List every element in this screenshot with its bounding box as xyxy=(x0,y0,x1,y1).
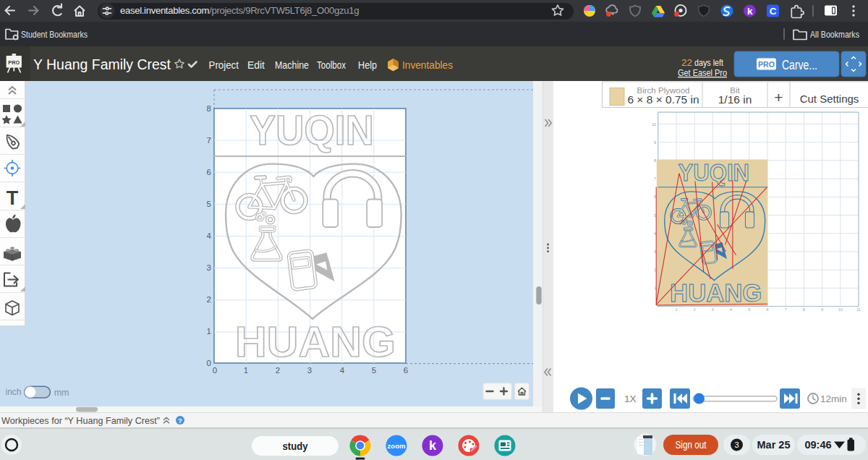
svg-text:12min: 12min xyxy=(820,393,847,404)
svg-text:1: 1 xyxy=(244,366,248,375)
svg-text:inch: inch xyxy=(6,387,22,397)
svg-text:09:46: 09:46 xyxy=(804,439,831,451)
svg-text:6 × 8 × 0.75 in: 6 × 8 × 0.75 in xyxy=(627,93,699,106)
svg-text:9: 9 xyxy=(821,307,823,312)
svg-text:Workpieces for “Y Huang Family: Workpieces for “Y Huang Family Crest” xyxy=(1,415,160,426)
svg-text:Help: Help xyxy=(358,59,377,71)
svg-text:k: k xyxy=(429,438,437,453)
svg-text:4: 4 xyxy=(730,307,732,312)
svg-text:+: + xyxy=(774,89,783,106)
svg-text:Inventables: Inventables xyxy=(402,59,453,71)
svg-text:2: 2 xyxy=(654,268,656,272)
svg-text:C: C xyxy=(770,6,777,17)
svg-text:1: 1 xyxy=(207,327,211,336)
svg-text:zoom: zoom xyxy=(388,442,406,450)
svg-text:9: 9 xyxy=(654,140,656,145)
svg-text:Cut Settings: Cut Settings xyxy=(800,93,859,105)
svg-text:PRO: PRO xyxy=(8,59,20,66)
svg-text:Sign out: Sign out xyxy=(676,439,707,451)
svg-text:10: 10 xyxy=(652,122,656,127)
svg-text:11: 11 xyxy=(856,307,861,312)
svg-text:8: 8 xyxy=(803,307,805,312)
svg-text:6: 6 xyxy=(404,366,408,375)
svg-text:5: 5 xyxy=(654,213,656,218)
svg-text:Carve...: Carve... xyxy=(782,57,817,72)
svg-text:3: 3 xyxy=(734,440,739,449)
svg-text:Get Easel Pro: Get Easel Pro xyxy=(678,67,727,78)
svg-text:6: 6 xyxy=(654,195,656,199)
svg-text:22: 22 xyxy=(681,57,692,68)
svg-text:mm: mm xyxy=(54,388,69,398)
svg-text:5: 5 xyxy=(372,366,376,375)
svg-text:1: 1 xyxy=(675,307,677,312)
svg-text:7: 7 xyxy=(785,307,787,312)
svg-text:Edit: Edit xyxy=(247,59,265,71)
svg-text:4: 4 xyxy=(654,231,656,236)
svg-text:All Bookmarks: All Bookmarks xyxy=(810,29,859,40)
svg-text:3: 3 xyxy=(654,250,656,254)
svg-text:2: 2 xyxy=(276,366,280,375)
svg-text:Y Huang Family Crest: Y Huang Family Crest xyxy=(33,56,171,72)
svg-text:Toolbox: Toolbox xyxy=(317,59,346,71)
svg-text:5: 5 xyxy=(207,200,211,208)
svg-text:Student Bookmarks: Student Bookmarks xyxy=(21,29,88,40)
svg-text:1/16 in: 1/16 in xyxy=(718,93,752,106)
svg-text:2: 2 xyxy=(207,295,211,304)
svg-text:0: 0 xyxy=(213,366,217,375)
svg-text:2: 2 xyxy=(694,307,696,312)
svg-text:6: 6 xyxy=(207,168,211,176)
svg-text:4: 4 xyxy=(207,231,212,240)
svg-text:7: 7 xyxy=(654,176,656,181)
svg-text:3: 3 xyxy=(207,263,211,272)
svg-text:k: k xyxy=(747,6,753,17)
svg-text:8: 8 xyxy=(207,104,211,113)
svg-text:days left: days left xyxy=(694,57,723,68)
svg-text:3: 3 xyxy=(712,307,714,312)
svg-text:6: 6 xyxy=(766,307,768,312)
svg-text:Mar 25: Mar 25 xyxy=(757,439,791,451)
svg-text:study: study xyxy=(283,440,308,452)
svg-text:?: ? xyxy=(178,417,182,425)
svg-text:4: 4 xyxy=(340,366,345,375)
svg-text:10: 10 xyxy=(838,307,843,312)
svg-text:0: 0 xyxy=(207,359,211,367)
svg-text:7: 7 xyxy=(207,136,211,145)
svg-text:5: 5 xyxy=(748,307,750,312)
svg-text:1: 1 xyxy=(654,286,656,290)
svg-text:Project: Project xyxy=(209,59,239,71)
svg-text:PRO: PRO xyxy=(758,60,775,69)
svg-text:3: 3 xyxy=(307,366,312,375)
svg-text:Machine: Machine xyxy=(275,59,309,71)
svg-text:1X: 1X xyxy=(624,393,637,404)
svg-text:8: 8 xyxy=(654,158,656,163)
